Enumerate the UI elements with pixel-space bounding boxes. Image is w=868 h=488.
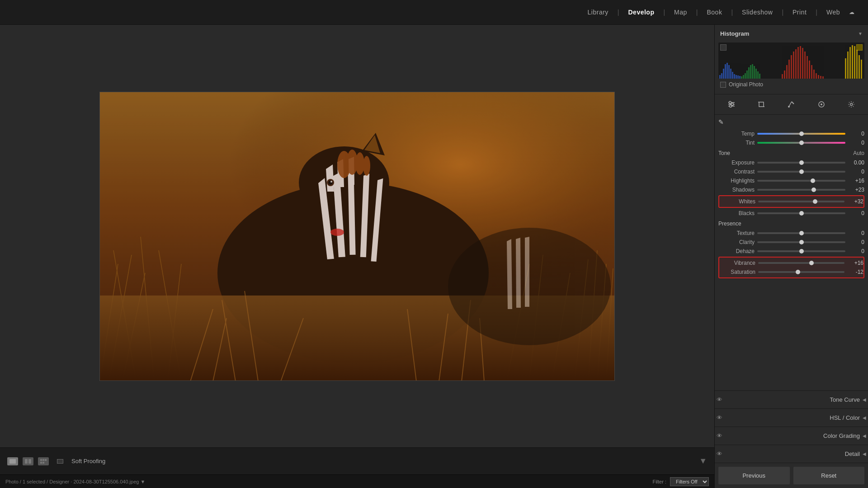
svg-rect-101 (822, 76, 824, 79)
hsl-eye-icon[interactable]: 👁 (717, 414, 726, 421)
tint-value: 0 (848, 140, 864, 146)
svg-rect-80 (755, 69, 757, 79)
nav-item-develop[interactable]: Develop (628, 9, 655, 16)
nav-separator-1: | (618, 9, 619, 16)
nav-item-library[interactable]: Library (588, 9, 609, 16)
clarity-thumb[interactable] (799, 240, 804, 244)
texture-slider[interactable] (757, 232, 845, 234)
texture-thumb[interactable] (799, 231, 804, 235)
shadows-thumb[interactable] (811, 188, 816, 192)
filter-dropdown[interactable]: Filters Off (670, 477, 709, 486)
vibrance-slider-row: Vibrance +16 (719, 258, 863, 267)
shadows-slider[interactable] (757, 189, 845, 191)
dehaze-thumb[interactable] (799, 249, 804, 253)
shadows-value: +23 (848, 187, 864, 193)
color-grading-eye-icon[interactable]: 👁 (717, 432, 726, 439)
presence-label: Presence (718, 221, 741, 227)
local-adjustments-icon[interactable] (815, 98, 828, 111)
nav-separator-4: | (731, 9, 733, 16)
blacks-slider[interactable] (757, 212, 845, 214)
color-tool-icon[interactable] (785, 98, 797, 111)
svg-rect-106 (854, 46, 855, 79)
nav-item-web[interactable]: Web (826, 9, 840, 16)
exposure-thumb[interactable] (799, 160, 804, 165)
whites-thumb[interactable] (813, 199, 817, 204)
photo-frame (99, 92, 615, 381)
highlights-slider[interactable] (757, 180, 845, 182)
svg-rect-61 (721, 73, 722, 79)
tone-curve-arrow: ◀ (863, 397, 866, 402)
basic-settings-icon[interactable] (725, 98, 738, 111)
compare-view-button[interactable] (23, 457, 33, 465)
svg-marker-51 (525, 237, 529, 307)
whites-slider[interactable] (758, 201, 844, 202)
nav-item-map[interactable]: Map (674, 9, 687, 16)
auto-button[interactable]: Auto (853, 150, 864, 156)
whites-value: +32 (847, 198, 863, 205)
svg-rect-85 (786, 65, 788, 79)
dehaze-slider-row: Dehaze 0 (718, 247, 864, 256)
exposure-slider[interactable] (757, 162, 845, 164)
panel-toggle-arrow[interactable]: ▼ (699, 456, 707, 466)
histogram-header: Histogram ▼ (718, 28, 864, 39)
tone-label: Tone (718, 150, 730, 156)
soft-proofing-toggle[interactable]: Soft Proofing (68, 458, 105, 465)
temp-slider[interactable] (757, 133, 845, 135)
svg-rect-65 (728, 65, 730, 79)
nav-item-print[interactable]: Print (793, 9, 807, 16)
tone-curve-header[interactable]: 👁 Tone Curve ◀ (715, 394, 868, 406)
saturation-slider[interactable] (758, 271, 844, 273)
vibrance-slider[interactable] (758, 262, 844, 264)
tint-slider[interactable] (757, 142, 845, 144)
vibrance-thumb[interactable] (809, 261, 814, 265)
original-photo-checkbox[interactable] (720, 82, 726, 88)
highlights-thumb[interactable] (811, 178, 815, 183)
saturation-thumb[interactable] (796, 270, 800, 274)
nav-item-book[interactable]: Book (707, 9, 722, 16)
hsl-color-header[interactable]: 👁 HSL / Color ◀ (715, 412, 868, 424)
reset-button[interactable]: Reset (793, 467, 865, 484)
svg-rect-102 (845, 58, 846, 79)
detail-header[interactable]: 👁 Detail ◀ (715, 448, 868, 460)
svg-rect-109 (861, 60, 862, 79)
contrast-slider[interactable] (757, 171, 845, 173)
tint-slider-row: Tint 0 (718, 138, 864, 147)
blacks-thumb[interactable] (799, 211, 804, 216)
pencil-icon[interactable]: ✎ (718, 118, 724, 126)
color-grading-arrow: ◀ (863, 433, 866, 438)
nav-item-slideshow[interactable]: Slideshow (742, 9, 773, 16)
clarity-slider[interactable] (757, 241, 845, 243)
tone-curve-eye-icon[interactable]: 👁 (717, 396, 726, 403)
histogram-arrow[interactable]: ▼ (858, 31, 863, 36)
settings-icon[interactable] (845, 98, 858, 111)
transform-icon[interactable] (755, 98, 768, 111)
tint-thumb[interactable] (799, 141, 804, 145)
proof-checkbox[interactable] (57, 459, 63, 464)
svg-rect-56 (42, 459, 44, 461)
svg-point-123 (821, 103, 822, 105)
svg-line-129 (849, 102, 849, 103)
histogram-canvas (718, 42, 864, 79)
detail-eye-icon[interactable]: 👁 (717, 450, 726, 457)
survey-view-button[interactable] (38, 457, 49, 465)
contrast-value: 0 (848, 169, 864, 175)
svg-rect-62 (723, 69, 724, 79)
svg-line-119 (792, 102, 794, 104)
previous-button[interactable]: Previous (718, 467, 790, 484)
presence-section-header: Presence (718, 218, 864, 229)
contrast-thumb[interactable] (799, 169, 804, 174)
clarity-value: 0 (848, 239, 864, 245)
single-view-button[interactable] (7, 457, 18, 465)
contrast-slider-row: Contrast 0 (718, 167, 864, 176)
color-grading-header[interactable]: 👁 Color Grading ◀ (715, 430, 868, 442)
original-photo-label: Original Photo (729, 81, 763, 88)
temp-thumb[interactable] (799, 131, 804, 136)
svg-rect-54 (28, 459, 31, 464)
svg-rect-116 (759, 102, 764, 107)
photo-canvas[interactable] (0, 25, 714, 447)
survey-view-icon (40, 459, 47, 464)
svg-rect-74 (745, 73, 746, 79)
blacks-label: Blacks (718, 210, 755, 216)
cloud-sync-icon[interactable]: ☁ (849, 9, 854, 15)
dehaze-slider[interactable] (757, 250, 845, 252)
